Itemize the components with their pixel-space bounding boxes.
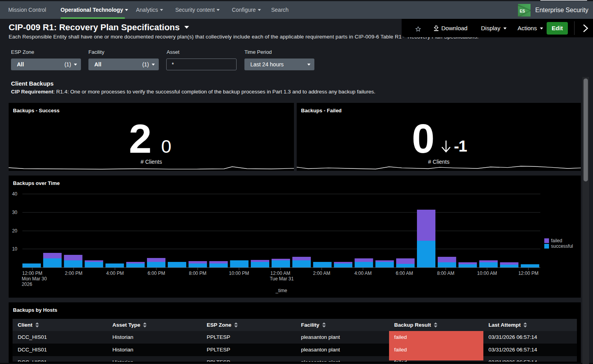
svg-text:8:00 AM: 8:00 AM [437,271,454,276]
svg-text:2026: 2026 [22,282,32,287]
svg-text:10: 10 [12,246,18,252]
svg-text:4:00 PM: 4:00 PM [106,271,124,276]
svg-text:10:00 PM: 10:00 PM [229,271,249,276]
svg-text:12:00 PM: 12:00 PM [518,271,538,276]
svg-text:10:00 AM: 10:00 AM [477,271,497,276]
svg-text:40: 40 [12,191,18,197]
svg-text:12:00 AM: 12:00 AM [270,271,290,276]
svg-text:30: 30 [12,210,18,215]
svg-text:ES: ES [520,9,525,13]
svg-text:12:00 PM: 12:00 PM [22,271,42,276]
svg-text:6:00 AM: 6:00 AM [396,271,413,276]
svg-text:4:00 AM: 4:00 AM [354,271,372,276]
svg-text:2:00 AM: 2:00 AM [313,271,330,276]
svg-text:Tue Mar 31: Tue Mar 31 [270,276,294,282]
svg-text:2:00 PM: 2:00 PM [65,271,83,276]
svg-text:successful: successful [551,243,573,249]
svg-text:8:00 PM: 8:00 PM [189,271,207,276]
svg-text:6:00 PM: 6:00 PM [147,271,165,276]
svg-text:Mon Mar 30: Mon Mar 30 [22,276,47,282]
svg-text:20: 20 [12,228,18,234]
svg-text:failed: failed [551,238,562,243]
svg-text:_time: _time [275,288,287,293]
